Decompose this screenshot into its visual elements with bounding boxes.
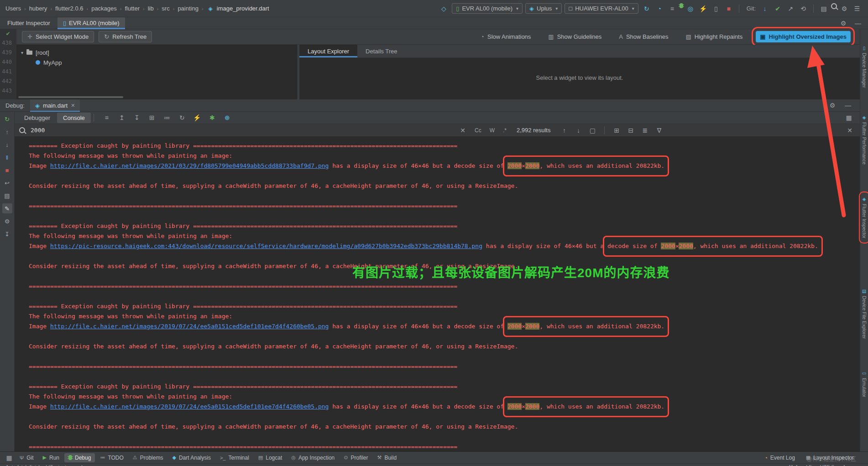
statusbar-item-profiler[interactable]: ⊙Profiler [340, 453, 372, 462]
close-search-icon[interactable]: ✕ [844, 125, 855, 136]
stack-up-icon[interactable]: ↑ [2, 127, 12, 137]
variables-filter-icon[interactable]: ≔ [162, 112, 173, 123]
print-icon[interactable]: ▤ [2, 191, 12, 201]
device-mirror-icon[interactable]: ▯ [711, 3, 722, 14]
sidebar-tab-flutter-inspector[interactable]: ◈Flutter Inspector [861, 194, 868, 241]
flutter-attach-icon[interactable]: ◇ [438, 3, 449, 14]
console-image-link[interactable]: http://file.c.haier.net/images/2019/07/2… [50, 403, 329, 410]
tab-console[interactable]: Console [57, 113, 91, 123]
toolwindow-stripe-icon[interactable]: ▦ [4, 452, 15, 463]
settings-icon[interactable]: ⚙ [2, 216, 12, 226]
statusbar-item-problems[interactable]: ⚠Problems [129, 453, 167, 462]
regex-toggle[interactable]: .* [501, 127, 508, 134]
console-image-link[interactable]: http://file.c.haier.net/images/2019/07/2… [50, 323, 329, 330]
hot-reload-icon[interactable]: ⚡ [192, 112, 203, 123]
grid-icon[interactable]: ⊞ [146, 112, 157, 123]
tab-layout-explorer[interactable]: Layout Explorer [299, 45, 357, 57]
console-image-link[interactable]: https://pic-resource.haigeek.com:443/dow… [50, 243, 482, 249]
profile-icon[interactable]: ⚡ [698, 3, 709, 14]
git-commit-icon[interactable]: ✔ [772, 3, 783, 14]
lines-icon[interactable]: ≣ [639, 125, 650, 136]
inspection-check-icon[interactable]: ✔ [0, 29, 16, 38]
stop-icon[interactable]: ■ [2, 165, 12, 175]
tab-main-dart[interactable]: ◈ main.dart ✕ [30, 99, 80, 112]
pin-icon[interactable]: ↧ [2, 229, 12, 239]
breadcrumb-item[interactable]: src [162, 5, 169, 12]
toggle-highlight-oversized-images[interactable]: ▣Highlight Oversized Images [756, 31, 851, 42]
git-rollback-icon[interactable]: ⟲ [798, 3, 809, 14]
prev-occurrence-icon[interactable]: ↑ [559, 125, 570, 136]
close-icon[interactable]: ✕ [71, 103, 75, 109]
sidebar-tab-device-manager[interactable]: ▯Device Manager [861, 43, 868, 90]
device-manager-icon[interactable]: ▤ [818, 3, 829, 14]
git-push-icon[interactable]: ↗ [785, 3, 796, 14]
run-config-list-icon[interactable]: ≡ [667, 3, 678, 14]
export-icon[interactable]: ↧ [131, 112, 142, 123]
settings-icon[interactable]: ⚙ [827, 100, 838, 111]
debug-run-icon[interactable] [680, 3, 683, 8]
search-everywhere-icon[interactable] [831, 3, 837, 9]
open-observatory-icon[interactable]: ⊕ [222, 112, 233, 123]
tab-debugger[interactable]: Debugger [18, 113, 56, 123]
breadcrumb-item[interactable]: Users [5, 5, 21, 12]
statusbar-item-build[interactable]: ⚒Build [373, 453, 401, 462]
breadcrumb-item[interactable]: hubery [29, 5, 47, 12]
chevron-down-icon[interactable]: ▾ [21, 50, 23, 55]
horizontal-scrollbar[interactable] [18, 96, 123, 98]
select-widget-mode-button[interactable]: ✛ Select Widget Mode [22, 31, 94, 42]
console-search-input[interactable] [30, 126, 433, 134]
toggle-slow-animations[interactable]: ◔Slow Animations [476, 31, 535, 42]
refresh-tree-button[interactable]: ↻ Refresh Tree [99, 31, 152, 42]
exclude-filter-icon[interactable]: ⊟ [625, 125, 636, 136]
whole-words-toggle[interactable]: W [488, 127, 497, 134]
target-device-dropdown[interactable]: □ HUAWEI EVR-AL00 ▾ [565, 3, 638, 14]
breadcrumb-item[interactable]: packages [91, 5, 117, 12]
console-options-icon[interactable]: ≡ [101, 112, 112, 123]
git-update-icon[interactable]: ↓ [759, 3, 770, 14]
select-all-occurrences-icon[interactable]: ▢ [587, 125, 598, 136]
tree-row-root[interactable]: ▾ [root] [16, 47, 297, 57]
breadcrumb-item[interactable]: flutter2.0.6 [55, 5, 83, 12]
console-search-field[interactable] [19, 126, 453, 134]
settings-icon[interactable]: ⚙ [839, 3, 850, 14]
console-image-link[interactable]: http://file.c.haier.net/images/2021/03/2… [50, 162, 329, 169]
toggle-highlight-repaints[interactable]: ▧Highlight Repaints [681, 31, 747, 42]
add-filter-icon[interactable]: ⊞ [611, 125, 622, 136]
filter-icon[interactable]: ∇ [654, 125, 664, 136]
sidebar-tab-flutter-performance[interactable]: ◈Flutter Performance [861, 112, 868, 167]
restart-icon[interactable]: ↻ [177, 112, 188, 123]
tree-row-myapp[interactable]: MyApp [16, 57, 297, 67]
breadcrumb-file[interactable]: image_provider.dart [217, 5, 269, 12]
coverage-icon[interactable]: ◎ [685, 3, 696, 14]
statusbar-item-run[interactable]: ▶Run [39, 453, 63, 462]
import-thread-dump-icon[interactable]: ↥ [116, 112, 127, 123]
hide-icon[interactable]: — [852, 18, 863, 29]
open-devtools-icon[interactable]: ◔ [654, 3, 665, 14]
stop-icon[interactable]: ■ [723, 3, 734, 14]
statusbar-item-terminal[interactable]: >_Terminal [216, 453, 253, 462]
pause-icon[interactable]: ‖ [2, 152, 12, 162]
breadcrumb-item[interactable]: flutter [125, 5, 140, 12]
clear-search-icon[interactable]: ✕ [457, 125, 468, 136]
statusbar-item-app-inspection[interactable]: ◎App Inspection [287, 453, 339, 462]
main-menu-icon[interactable]: ☰ [852, 3, 863, 14]
restore-layout-icon[interactable]: ▦ [843, 112, 860, 123]
statusbar-item-event-log[interactable]: ◔Event Log [760, 453, 799, 462]
pencil-icon[interactable]: ✎ [2, 203, 12, 213]
breadcrumb-item[interactable]: painting [178, 5, 199, 12]
run-config-dropdown[interactable]: ◈ Uplus ▾ [525, 3, 562, 14]
toggle-show-baselines[interactable]: AShow Baselines [615, 31, 672, 42]
toggle-show-guidelines[interactable]: ▥Show Guidelines [544, 31, 606, 42]
rerun-icon[interactable]: ↻ [2, 114, 12, 124]
statusbar-item-dart-analysis[interactable]: ◆Dart Analysis [168, 453, 215, 462]
stack-down-icon[interactable]: ↓ [2, 140, 12, 150]
statusbar-item-todo[interactable]: ≔TODO [96, 453, 127, 462]
device-selector-dropdown[interactable]: ▯ EVR AL00 (mobile) ▾ [452, 3, 523, 14]
hide-icon[interactable]: — [842, 100, 853, 111]
statusbar-item-logcat[interactable]: ▤Logcat [254, 453, 286, 462]
breadcrumb-item[interactable]: lib [148, 5, 154, 12]
tab-device[interactable]: ▯ EVR AL00 (mobile) [58, 17, 125, 29]
hot-reload-icon[interactable]: ↻ [641, 3, 652, 14]
statusbar-item-git[interactable]: ΨGit [16, 453, 38, 462]
sidebar-tab-emulator[interactable]: ▭Emulator [861, 368, 868, 400]
